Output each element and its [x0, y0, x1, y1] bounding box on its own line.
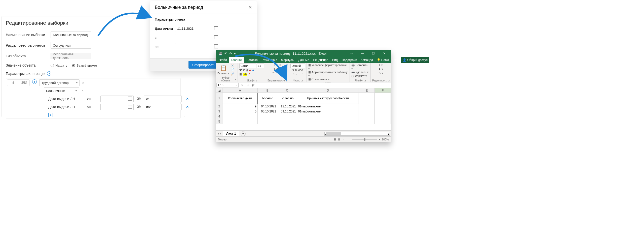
- radio-on-date[interactable]: На дату: [51, 64, 67, 67]
- fill-color-icon[interactable]: ab: [243, 73, 247, 76]
- cell[interactable]: Количество дней: [222, 93, 258, 104]
- view-layout-icon[interactable]: ▤: [337, 138, 340, 141]
- cut-icon[interactable]: ✂️: [231, 64, 234, 67]
- font-grow-icon[interactable]: A: [249, 69, 251, 72]
- copy-icon[interactable]: 📄: [231, 68, 234, 71]
- cell[interactable]: [258, 119, 277, 124]
- group-sick-leave[interactable]: Больничные: [44, 87, 79, 94]
- underline-icon[interactable]: Ч: [246, 69, 248, 72]
- field-2[interactable]: Дата выдачи ЛН: [48, 105, 82, 109]
- tab-team[interactable]: Команда: [359, 57, 375, 63]
- tab-help[interactable]: 💡Помо: [375, 57, 391, 63]
- format-painter-icon[interactable]: 🖌️: [231, 72, 234, 76]
- align-right-icon[interactable]: ≡: [279, 67, 281, 70]
- cell[interactable]: [297, 119, 359, 124]
- tab-file[interactable]: Файл: [217, 57, 229, 63]
- cell[interactable]: [375, 109, 391, 114]
- font-color-icon[interactable]: A: [248, 73, 250, 76]
- cell[interactable]: [297, 114, 359, 119]
- row-1[interactable]: 1: [216, 93, 222, 104]
- col-A[interactable]: A: [222, 88, 258, 93]
- next-sheet-icon[interactable]: ▸: [220, 132, 221, 135]
- eye-icon[interactable]: [137, 105, 141, 109]
- add-filter-button[interactable]: +: [48, 113, 53, 117]
- border-icon[interactable]: ▦: [239, 73, 242, 76]
- tab-insert[interactable]: Вставка: [244, 57, 260, 63]
- cell[interactable]: [375, 119, 391, 124]
- maximize-icon[interactable]: ☐: [368, 50, 379, 57]
- cell[interactable]: [277, 119, 297, 124]
- alias-1[interactable]: [144, 96, 182, 102]
- remove-group-1[interactable]: ×: [82, 81, 84, 85]
- bold-icon[interactable]: Ж: [239, 69, 242, 72]
- field-1[interactable]: Дата выдачи ЛН: [48, 97, 82, 101]
- zoom-out-icon[interactable]: —: [348, 138, 350, 141]
- cell[interactable]: 01-заболевание: [297, 104, 359, 109]
- cell[interactable]: [222, 114, 258, 119]
- cell[interactable]: Причина нетрудоспособности: [297, 93, 359, 104]
- add-sheet-icon[interactable]: +: [241, 131, 246, 136]
- indent-dec-icon[interactable]: ⇤: [273, 71, 275, 74]
- remove-filter-1[interactable]: ×: [186, 97, 188, 101]
- radio-all-time[interactable]: За всё время: [72, 64, 97, 67]
- format-cells-button[interactable]: ⬚ Формат ▾: [351, 74, 367, 78]
- italic-icon[interactable]: К: [243, 69, 245, 72]
- close-window-icon[interactable]: ✕: [379, 50, 390, 57]
- close-icon[interactable]: ✕: [248, 5, 252, 10]
- save-icon[interactable]: 💾: [218, 52, 222, 55]
- fx-icon[interactable]: fx: [252, 83, 254, 87]
- and-or-toggle[interactable]: И ИЛИ: [7, 79, 30, 86]
- align-top-icon[interactable]: ≡: [274, 64, 275, 67]
- sheet-tab[interactable]: Лист 1: [223, 131, 239, 136]
- tab-review[interactable]: Рецензиро: [311, 57, 330, 63]
- cell[interactable]: 01-заболевание: [297, 109, 359, 114]
- clear-icon[interactable]: ◇ ▾: [379, 72, 383, 75]
- spreadsheet-grid[interactable]: ◢ A B C D E F 1 Количество дней Болел с …: [216, 88, 391, 130]
- cell[interactable]: 09.10.2021: [277, 109, 297, 114]
- paste-button[interactable]: 📋Вставить: [217, 65, 229, 75]
- cell[interactable]: [359, 109, 375, 114]
- format-as-table-button[interactable]: ▦ Форматировать как таблицу ▾: [308, 71, 348, 77]
- delete-cells-button[interactable]: ➖ Удалить ▾: [351, 71, 368, 74]
- objtype-select[interactable]: Исполняемая должность: [51, 53, 91, 59]
- col-D[interactable]: D: [297, 88, 359, 93]
- qat-more-icon[interactable]: ▾: [234, 52, 236, 55]
- tab-addins[interactable]: Надстройк: [340, 57, 359, 63]
- cell[interactable]: Болел по: [277, 93, 297, 104]
- col-B[interactable]: B: [258, 88, 277, 93]
- tab-share[interactable]: 👤Общий доступ: [401, 57, 429, 63]
- section-input[interactable]: [51, 42, 91, 49]
- col-C[interactable]: C: [277, 88, 297, 93]
- font-size[interactable]: [257, 64, 264, 68]
- align-mid-icon[interactable]: ≡: [277, 64, 278, 67]
- h-scrollbar[interactable]: ◂▸: [324, 132, 390, 136]
- align-center-icon[interactable]: ≡: [277, 67, 278, 70]
- row-3[interactable]: 3: [216, 109, 222, 114]
- date-2[interactable]: [100, 104, 134, 110]
- zoom-slider[interactable]: [352, 139, 377, 140]
- tab-view[interactable]: Вид: [330, 57, 340, 63]
- tab-data[interactable]: Данные: [296, 57, 311, 63]
- cell[interactable]: [359, 119, 375, 124]
- group-labor-contract[interactable]: Трудовой договор: [39, 79, 80, 86]
- row-2[interactable]: 2: [216, 104, 222, 109]
- name-input[interactable]: [51, 32, 91, 38]
- fill-icon[interactable]: ⬇ ▾: [378, 68, 383, 71]
- dec-decimal-icon[interactable]: ←.0: [298, 73, 303, 76]
- cell[interactable]: [359, 104, 375, 109]
- remove-filter-2[interactable]: ×: [186, 105, 188, 109]
- ribbon-options-icon[interactable]: ▭: [346, 50, 357, 57]
- cell[interactable]: 05.10.2021: [258, 109, 277, 114]
- remove-group-2[interactable]: ×: [82, 89, 84, 93]
- redo-icon[interactable]: ↷: [229, 52, 232, 55]
- cell[interactable]: 9: [222, 104, 258, 109]
- indent-inc-icon[interactable]: ⇥: [276, 71, 278, 74]
- view-break-icon[interactable]: ▭: [342, 138, 344, 141]
- date-1[interactable]: [100, 96, 134, 102]
- cell[interactable]: [359, 93, 375, 104]
- align-bot-icon[interactable]: ≡: [279, 64, 281, 67]
- col-F[interactable]: F: [375, 88, 391, 93]
- align-left-icon[interactable]: ≡: [274, 67, 275, 70]
- insert-cells-button[interactable]: ➕ Вставить ▾: [351, 64, 369, 70]
- help-icon[interactable]: ?: [47, 71, 51, 76]
